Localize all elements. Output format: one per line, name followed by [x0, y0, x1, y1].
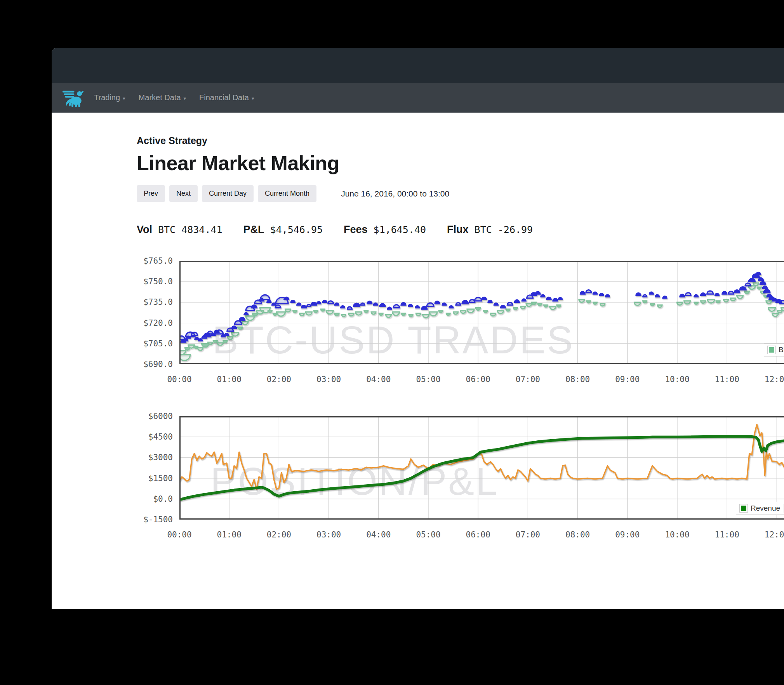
y-tick-label: $705.0: [115, 339, 173, 349]
position-pnl-plot: [179, 416, 784, 520]
x-tick-label: 11:00: [704, 375, 750, 384]
bids-legend-label: Bids: [779, 346, 784, 354]
nav-item-financial-data[interactable]: Financial Data ▾: [199, 93, 254, 102]
stat-pnl-label: P&L: [243, 224, 264, 236]
y-tick-label: $4500: [115, 432, 173, 442]
x-tick-label: 09:00: [604, 375, 651, 384]
x-tick-label: 00:00: [156, 375, 203, 384]
x-tick-label: 12:00: [753, 375, 784, 384]
top-navbar: Trading ▾ Market Data ▾ Financial Data ▾: [52, 83, 784, 113]
page-content: Active Strategy Linear Market Making Pre…: [137, 135, 554, 236]
current-month-button[interactable]: Current Month: [258, 185, 316, 202]
x-tick-label: 03:00: [306, 375, 352, 384]
x-tick-label: 01:00: [206, 530, 252, 539]
y-tick-label: $750.0: [115, 276, 173, 287]
date-range-label: June 16, 2016, 00:00 to 13:00: [341, 189, 449, 198]
stats-row: Vol BTC 4834.41 P&L $4,546.95 Fees $1,64…: [137, 224, 554, 236]
x-tick-label: 00:00: [156, 530, 203, 539]
trades-legend: Bids: [764, 343, 784, 356]
x-tick-label: 11:00: [704, 530, 750, 539]
position-pnl-legend: Revenue: [736, 502, 784, 515]
y-tick-label: $0.0: [115, 494, 173, 504]
x-tick-label: 02:00: [256, 530, 302, 539]
revenue-legend-label: Revenue: [751, 504, 780, 513]
stat-pnl: P&L $4,546.95: [243, 224, 323, 236]
x-tick-label: 01:00: [206, 375, 252, 384]
trades-plot-area[interactable]: BTC-USD TRADES Bids $765.0$750.0$735.0$7…: [179, 261, 784, 364]
x-tick-label: 09:00: [604, 530, 651, 539]
position-pnl-chart-section: POSITION/P&L Revenue $6000$4500$3000$150…: [52, 416, 784, 544]
x-tick-label: 05:00: [405, 530, 452, 539]
x-tick-label: 08:00: [555, 530, 601, 539]
trades-plot: [179, 261, 784, 364]
x-tick-label: 04:00: [355, 530, 402, 539]
stat-fees: Fees $1,645.40: [344, 224, 426, 236]
window-header: [52, 48, 784, 83]
current-day-button[interactable]: Current Day: [202, 185, 254, 202]
x-tick-label: 04:00: [355, 375, 402, 384]
x-tick-label: 10:00: [654, 375, 701, 384]
date-toolbar: Prev Next Current Day Current Month June…: [137, 185, 554, 202]
nav-item-market-data-label: Market Data: [139, 93, 181, 102]
stat-fees-value: $1,645.40: [374, 224, 426, 235]
y-tick-label: $3000: [115, 452, 173, 462]
x-tick-label: 12:00: [753, 530, 784, 539]
chevron-down-icon: ▾: [184, 96, 186, 101]
x-tick-label: 08:00: [555, 375, 601, 384]
x-tick-label: 10:00: [654, 530, 701, 539]
chevron-down-icon: ▾: [252, 96, 254, 101]
bids-legend-swatch: [768, 346, 775, 354]
trades-chart-section: BTC-USD TRADES Bids $765.0$750.0$735.0$7…: [52, 261, 784, 389]
y-tick-label: $1500: [115, 473, 173, 483]
stat-flux-label: Flux: [447, 224, 469, 236]
page-title: Linear Market Making: [137, 151, 554, 175]
nav-item-trading[interactable]: Trading ▾: [94, 93, 125, 102]
x-tick-label: 03:00: [306, 530, 352, 539]
y-tick-label: $765.0: [115, 256, 173, 266]
nav-item-market-data[interactable]: Market Data ▾: [139, 93, 186, 102]
chevron-down-icon: ▾: [123, 96, 125, 101]
x-tick-label: 06:00: [455, 530, 501, 539]
y-tick-label: $-1500: [115, 515, 173, 525]
nav-item-financial-data-label: Financial Data: [199, 93, 249, 102]
x-tick-label: 05:00: [405, 375, 452, 384]
position-pnl-plot-area[interactable]: POSITION/P&L Revenue $6000$4500$3000$150…: [179, 416, 784, 520]
y-tick-label: $6000: [115, 411, 173, 421]
stat-vol: Vol BTC 4834.41: [137, 224, 223, 236]
next-button[interactable]: Next: [169, 185, 198, 202]
x-tick-label: 02:00: [256, 375, 302, 384]
screen: Trading ▾ Market Data ▾ Financial Data ▾…: [0, 0, 784, 685]
nav-item-trading-label: Trading: [94, 93, 120, 102]
stat-flux: Flux BTC -26.99: [447, 224, 533, 236]
x-tick-label: 06:00: [455, 375, 501, 384]
y-tick-label: $735.0: [115, 297, 173, 307]
x-tick-label: 07:00: [504, 530, 551, 539]
stat-fees-label: Fees: [344, 224, 368, 236]
stat-flux-value: BTC -26.99: [475, 224, 533, 235]
stat-vol-label: Vol: [137, 224, 152, 236]
stat-vol-value: BTC 4834.41: [158, 224, 223, 235]
x-tick-label: 07:00: [504, 375, 551, 384]
nav-items: Trading ▾ Market Data ▾ Financial Data ▾: [94, 93, 254, 102]
app-window: Trading ▾ Market Data ▾ Financial Data ▾…: [52, 48, 784, 609]
y-tick-label: $720.0: [115, 318, 173, 328]
stat-pnl-value: $4,546.95: [270, 224, 323, 235]
prev-button[interactable]: Prev: [137, 185, 165, 202]
y-tick-label: $690.0: [115, 359, 173, 369]
active-strategy-label: Active Strategy: [137, 135, 554, 146]
griffin-logo[interactable]: [62, 88, 85, 108]
revenue-legend-swatch: [740, 504, 747, 512]
